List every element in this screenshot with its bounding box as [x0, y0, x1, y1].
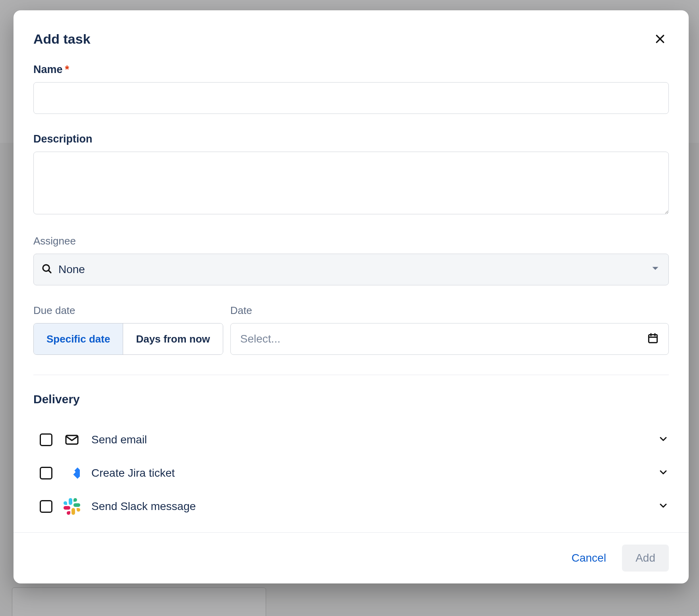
- chevron-down-icon: [658, 467, 669, 479]
- search-icon: [41, 263, 53, 276]
- assignee-select[interactable]: None: [33, 254, 669, 285]
- cancel-button[interactable]: Cancel: [565, 545, 612, 571]
- date-label: Date: [230, 304, 669, 317]
- delivery-title: Delivery: [33, 393, 669, 406]
- delivery-option-email[interactable]: Send email: [40, 424, 669, 455]
- due-date-days-from-now-button[interactable]: Days from now: [123, 323, 222, 354]
- calendar-icon: [647, 332, 659, 346]
- delivery-option-slack[interactable]: Send Slack message: [40, 491, 669, 522]
- name-input[interactable]: [33, 82, 669, 114]
- svg-rect-4: [649, 335, 657, 343]
- divider: [33, 375, 669, 375]
- name-label: Name: [33, 64, 63, 76]
- required-mark: *: [65, 64, 70, 76]
- close-icon: [654, 33, 666, 45]
- add-task-dialog: Add task Name * Description Assignee: [14, 10, 689, 583]
- slack-icon: [64, 498, 80, 515]
- checkbox-slack[interactable]: [40, 500, 52, 513]
- due-date-specific-button[interactable]: Specific date: [34, 323, 123, 354]
- delivery-label-jira: Create Jira ticket: [91, 467, 175, 479]
- date-placeholder: Select...: [240, 333, 280, 345]
- delivery-label-email: Send email: [91, 433, 147, 446]
- add-button[interactable]: Add: [622, 545, 669, 572]
- dialog-title: Add task: [33, 31, 91, 47]
- svg-line-3: [48, 270, 51, 273]
- dropdown-caret-icon: [652, 265, 659, 274]
- due-date-label: Due date: [33, 304, 223, 317]
- due-date-toggle: Specific date Days from now: [33, 323, 223, 355]
- checkbox-email[interactable]: [40, 433, 52, 446]
- jira-icon: [64, 465, 80, 481]
- date-picker[interactable]: Select...: [230, 323, 669, 355]
- assignee-label: Assignee: [33, 235, 669, 247]
- close-button[interactable]: [651, 30, 669, 48]
- email-icon: [64, 431, 80, 448]
- assignee-value: None: [58, 263, 85, 276]
- checkbox-jira[interactable]: [40, 467, 52, 479]
- description-input[interactable]: [33, 152, 669, 214]
- chevron-down-icon: [658, 433, 669, 446]
- delivery-option-jira[interactable]: Create Jira ticket: [40, 458, 669, 489]
- delivery-label-slack: Send Slack message: [91, 500, 196, 513]
- description-label: Description: [33, 133, 93, 145]
- chevron-down-icon: [658, 500, 669, 513]
